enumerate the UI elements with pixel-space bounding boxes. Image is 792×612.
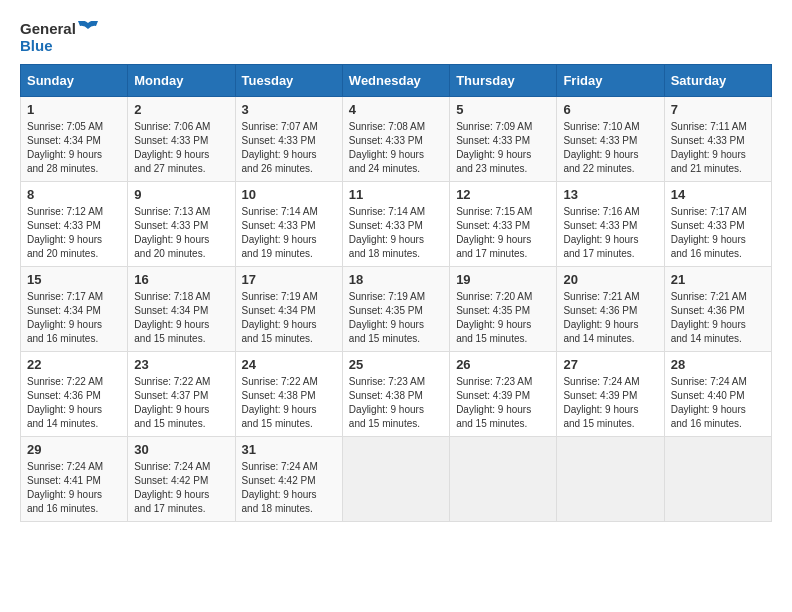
week-row-2: 8Sunrise: 7:12 AMSunset: 4:33 PMDaylight…: [21, 182, 772, 267]
calendar-cell: 29Sunrise: 7:24 AMSunset: 4:41 PMDayligh…: [21, 437, 128, 522]
day-info: Sunrise: 7:23 AMSunset: 4:39 PMDaylight:…: [456, 375, 550, 431]
calendar-cell: 14Sunrise: 7:17 AMSunset: 4:33 PMDayligh…: [664, 182, 771, 267]
day-info: Sunrise: 7:15 AMSunset: 4:33 PMDaylight:…: [456, 205, 550, 261]
day-number: 23: [134, 357, 228, 372]
logo-bird-icon: [78, 21, 98, 37]
day-number: 21: [671, 272, 765, 287]
day-number: 14: [671, 187, 765, 202]
logo: General Blue: [20, 20, 98, 54]
calendar-cell: 23Sunrise: 7:22 AMSunset: 4:37 PMDayligh…: [128, 352, 235, 437]
calendar-cell: 8Sunrise: 7:12 AMSunset: 4:33 PMDaylight…: [21, 182, 128, 267]
day-info: Sunrise: 7:09 AMSunset: 4:33 PMDaylight:…: [456, 120, 550, 176]
day-info: Sunrise: 7:24 AMSunset: 4:40 PMDaylight:…: [671, 375, 765, 431]
calendar-cell: 26Sunrise: 7:23 AMSunset: 4:39 PMDayligh…: [450, 352, 557, 437]
day-number: 5: [456, 102, 550, 117]
day-info: Sunrise: 7:14 AMSunset: 4:33 PMDaylight:…: [349, 205, 443, 261]
day-info: Sunrise: 7:11 AMSunset: 4:33 PMDaylight:…: [671, 120, 765, 176]
day-info: Sunrise: 7:23 AMSunset: 4:38 PMDaylight:…: [349, 375, 443, 431]
day-info: Sunrise: 7:17 AMSunset: 4:33 PMDaylight:…: [671, 205, 765, 261]
calendar-cell: 21Sunrise: 7:21 AMSunset: 4:36 PMDayligh…: [664, 267, 771, 352]
day-info: Sunrise: 7:21 AMSunset: 4:36 PMDaylight:…: [671, 290, 765, 346]
day-number: 13: [563, 187, 657, 202]
calendar-cell: 10Sunrise: 7:14 AMSunset: 4:33 PMDayligh…: [235, 182, 342, 267]
day-info: Sunrise: 7:13 AMSunset: 4:33 PMDaylight:…: [134, 205, 228, 261]
calendar-cell: 7Sunrise: 7:11 AMSunset: 4:33 PMDaylight…: [664, 97, 771, 182]
day-info: Sunrise: 7:10 AMSunset: 4:33 PMDaylight:…: [563, 120, 657, 176]
day-info: Sunrise: 7:16 AMSunset: 4:33 PMDaylight:…: [563, 205, 657, 261]
day-info: Sunrise: 7:05 AMSunset: 4:34 PMDaylight:…: [27, 120, 121, 176]
calendar-cell: [342, 437, 449, 522]
calendar-cell: 22Sunrise: 7:22 AMSunset: 4:36 PMDayligh…: [21, 352, 128, 437]
week-row-4: 22Sunrise: 7:22 AMSunset: 4:36 PMDayligh…: [21, 352, 772, 437]
day-info: Sunrise: 7:22 AMSunset: 4:38 PMDaylight:…: [242, 375, 336, 431]
calendar-cell: 20Sunrise: 7:21 AMSunset: 4:36 PMDayligh…: [557, 267, 664, 352]
day-number: 28: [671, 357, 765, 372]
day-number: 1: [27, 102, 121, 117]
header-day-friday: Friday: [557, 65, 664, 97]
calendar-cell: [450, 437, 557, 522]
day-number: 7: [671, 102, 765, 117]
calendar-table: SundayMondayTuesdayWednesdayThursdayFrid…: [20, 64, 772, 522]
calendar-cell: 25Sunrise: 7:23 AMSunset: 4:38 PMDayligh…: [342, 352, 449, 437]
calendar-cell: 9Sunrise: 7:13 AMSunset: 4:33 PMDaylight…: [128, 182, 235, 267]
day-info: Sunrise: 7:24 AMSunset: 4:39 PMDaylight:…: [563, 375, 657, 431]
header-day-monday: Monday: [128, 65, 235, 97]
calendar-header: SundayMondayTuesdayWednesdayThursdayFrid…: [21, 65, 772, 97]
day-number: 26: [456, 357, 550, 372]
day-info: Sunrise: 7:21 AMSunset: 4:36 PMDaylight:…: [563, 290, 657, 346]
day-info: Sunrise: 7:19 AMSunset: 4:35 PMDaylight:…: [349, 290, 443, 346]
calendar-cell: 16Sunrise: 7:18 AMSunset: 4:34 PMDayligh…: [128, 267, 235, 352]
day-info: Sunrise: 7:07 AMSunset: 4:33 PMDaylight:…: [242, 120, 336, 176]
calendar-cell: [557, 437, 664, 522]
day-number: 6: [563, 102, 657, 117]
day-number: 27: [563, 357, 657, 372]
calendar-cell: 4Sunrise: 7:08 AMSunset: 4:33 PMDaylight…: [342, 97, 449, 182]
calendar-cell: 19Sunrise: 7:20 AMSunset: 4:35 PMDayligh…: [450, 267, 557, 352]
calendar-cell: 12Sunrise: 7:15 AMSunset: 4:33 PMDayligh…: [450, 182, 557, 267]
header-day-thursday: Thursday: [450, 65, 557, 97]
day-number: 10: [242, 187, 336, 202]
day-number: 15: [27, 272, 121, 287]
day-number: 9: [134, 187, 228, 202]
day-number: 3: [242, 102, 336, 117]
day-number: 4: [349, 102, 443, 117]
calendar-cell: 11Sunrise: 7:14 AMSunset: 4:33 PMDayligh…: [342, 182, 449, 267]
day-info: Sunrise: 7:14 AMSunset: 4:33 PMDaylight:…: [242, 205, 336, 261]
header-day-wednesday: Wednesday: [342, 65, 449, 97]
day-number: 18: [349, 272, 443, 287]
calendar-cell: 27Sunrise: 7:24 AMSunset: 4:39 PMDayligh…: [557, 352, 664, 437]
day-number: 20: [563, 272, 657, 287]
day-number: 25: [349, 357, 443, 372]
day-info: Sunrise: 7:24 AMSunset: 4:42 PMDaylight:…: [242, 460, 336, 516]
day-info: Sunrise: 7:20 AMSunset: 4:35 PMDaylight:…: [456, 290, 550, 346]
calendar-body: 1Sunrise: 7:05 AMSunset: 4:34 PMDaylight…: [21, 97, 772, 522]
calendar-cell: 24Sunrise: 7:22 AMSunset: 4:38 PMDayligh…: [235, 352, 342, 437]
header-day-sunday: Sunday: [21, 65, 128, 97]
calendar-cell: 3Sunrise: 7:07 AMSunset: 4:33 PMDaylight…: [235, 97, 342, 182]
calendar-cell: 6Sunrise: 7:10 AMSunset: 4:33 PMDaylight…: [557, 97, 664, 182]
calendar-cell: 17Sunrise: 7:19 AMSunset: 4:34 PMDayligh…: [235, 267, 342, 352]
day-number: 12: [456, 187, 550, 202]
day-info: Sunrise: 7:22 AMSunset: 4:37 PMDaylight:…: [134, 375, 228, 431]
day-info: Sunrise: 7:24 AMSunset: 4:42 PMDaylight:…: [134, 460, 228, 516]
logo-blue: Blue: [20, 37, 53, 54]
calendar-cell: 30Sunrise: 7:24 AMSunset: 4:42 PMDayligh…: [128, 437, 235, 522]
week-row-5: 29Sunrise: 7:24 AMSunset: 4:41 PMDayligh…: [21, 437, 772, 522]
calendar-cell: 18Sunrise: 7:19 AMSunset: 4:35 PMDayligh…: [342, 267, 449, 352]
calendar-cell: 5Sunrise: 7:09 AMSunset: 4:33 PMDaylight…: [450, 97, 557, 182]
calendar-cell: 15Sunrise: 7:17 AMSunset: 4:34 PMDayligh…: [21, 267, 128, 352]
day-number: 16: [134, 272, 228, 287]
calendar-cell: 1Sunrise: 7:05 AMSunset: 4:34 PMDaylight…: [21, 97, 128, 182]
day-info: Sunrise: 7:06 AMSunset: 4:33 PMDaylight:…: [134, 120, 228, 176]
day-number: 8: [27, 187, 121, 202]
day-info: Sunrise: 7:18 AMSunset: 4:34 PMDaylight:…: [134, 290, 228, 346]
page-header: General Blue: [20, 20, 772, 54]
day-number: 31: [242, 442, 336, 457]
day-info: Sunrise: 7:12 AMSunset: 4:33 PMDaylight:…: [27, 205, 121, 261]
calendar-cell: 13Sunrise: 7:16 AMSunset: 4:33 PMDayligh…: [557, 182, 664, 267]
day-number: 30: [134, 442, 228, 457]
day-number: 11: [349, 187, 443, 202]
header-day-saturday: Saturday: [664, 65, 771, 97]
day-number: 22: [27, 357, 121, 372]
header-row: SundayMondayTuesdayWednesdayThursdayFrid…: [21, 65, 772, 97]
